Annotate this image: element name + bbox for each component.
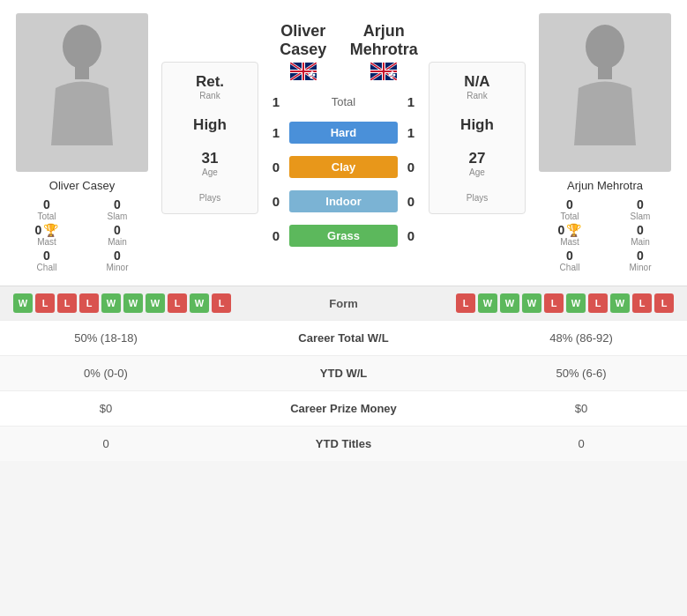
right-flag-container: [344, 63, 425, 80]
left-minor-value: 0: [86, 249, 148, 263]
total-label: Total: [289, 95, 398, 108]
player-names-row: Oliver Casey: [263, 22, 424, 80]
right-rank-value: N/A: [464, 73, 489, 91]
right-chall-stat: 0 Chall: [539, 249, 601, 272]
svg-rect-31: [598, 66, 612, 79]
form-badge-w: W: [566, 293, 586, 313]
career-stat-left-2: $0: [18, 402, 194, 415]
left-trophy-icon: 🏆: [43, 223, 58, 237]
form-badge-l: L: [654, 293, 674, 313]
form-badge-w: W: [522, 293, 541, 313]
right-total-value: 0: [539, 197, 601, 212]
right-age-stat: 27 Age: [469, 150, 486, 177]
right-mast-label: Mast: [539, 237, 601, 247]
form-badge-w: W: [610, 293, 630, 313]
right-slam-value: 0: [609, 197, 671, 212]
left-rank-stat: Ret. Rank: [196, 73, 224, 100]
right-main-value: 0: [609, 223, 671, 237]
left-player-name: Oliver Casey: [49, 179, 115, 192]
right-rank-label: Rank: [464, 91, 489, 100]
grass-left-score: 0: [263, 228, 289, 243]
right-chall-label: Chall: [539, 263, 601, 272]
right-rank-stat: N/A Rank: [464, 73, 489, 100]
right-stat-panel: N/A Rank High 27 Age Plays: [429, 62, 526, 214]
career-stat-right-0: 48% (86-92): [493, 331, 669, 345]
hard-left-score: 1: [263, 125, 289, 140]
left-top-name: Oliver Casey: [263, 22, 344, 59]
left-flag-container: [263, 63, 344, 80]
left-chall-stat: 0 Chall: [16, 249, 78, 272]
right-player-heading: Arjun Mehrotra: [344, 22, 425, 80]
form-badge-w: W: [190, 293, 209, 313]
left-plays-stat: Plays: [199, 193, 220, 203]
career-stat-right-3: 0: [493, 437, 669, 450]
svg-point-30: [586, 25, 624, 69]
clay-right-score: 0: [398, 160, 424, 174]
form-badge-l: L: [588, 293, 608, 313]
svg-point-27: [393, 74, 396, 77]
right-player-avatar: [539, 13, 671, 172]
right-flag-icon: [370, 63, 397, 80]
left-rank-value: Ret.: [196, 73, 224, 91]
form-badge-l: L: [544, 293, 564, 313]
left-chall-value: 0: [16, 249, 78, 263]
left-chall-label: Chall: [16, 263, 78, 272]
left-main-stat: 0 Main: [86, 223, 148, 247]
svg-point-15: [310, 73, 312, 76]
form-section: WLLLWWWLWL Form LWWWLWLWLL: [0, 286, 687, 320]
right-chall-value: 0: [539, 249, 601, 263]
left-rank-label: Rank: [196, 91, 224, 100]
total-left-score: 1: [263, 94, 289, 109]
form-badge-l: L: [456, 293, 475, 313]
form-badge-l: L: [212, 293, 231, 313]
form-badge-w: W: [123, 293, 143, 313]
svg-point-13: [312, 74, 315, 77]
center-col: Oliver Casey: [263, 13, 424, 252]
career-stat-left-1: 0% (0-0): [18, 367, 194, 380]
right-top-name: Arjun Mehrotra: [344, 22, 425, 59]
left-total-label: Total: [16, 212, 78, 221]
left-slam-stat: 0 Slam: [86, 197, 148, 221]
svg-point-0: [63, 25, 101, 69]
indoor-right-score: 0: [398, 194, 424, 209]
hard-badge: Hard: [289, 122, 398, 144]
svg-point-28: [391, 77, 393, 79]
indoor-badge: Indoor: [289, 190, 398, 212]
left-total-value: 0: [16, 197, 78, 212]
career-stat-right-1: 50% (6-6): [493, 367, 669, 380]
form-badge-l: L: [79, 293, 99, 313]
right-total-label: Total: [539, 212, 601, 221]
career-stat-label-3: YTD Titles: [194, 437, 493, 450]
right-player-col: Arjun Mehrotra 0 Total 0 Slam 0 🏆 Mast: [530, 13, 680, 272]
left-player-avatar: [16, 13, 148, 172]
right-minor-label: Minor: [609, 263, 671, 272]
left-slam-value: 0: [86, 197, 148, 212]
right-main-label: Main: [609, 237, 671, 247]
svg-rect-1: [75, 66, 89, 79]
career-stat-row-1: 0% (0-0)YTD W/L50% (6-6): [0, 355, 687, 390]
grass-badge: Grass: [289, 225, 398, 247]
right-player-stats: 0 Total 0 Slam 0 🏆 Mast 0 Main: [530, 197, 680, 272]
career-stat-label-1: YTD W/L: [194, 367, 493, 380]
career-stat-row-2: $0Career Prize Money$0: [0, 390, 687, 426]
form-label: Form: [329, 297, 358, 310]
left-minor-label: Minor: [86, 263, 148, 272]
form-badge-l: L: [632, 293, 652, 313]
left-flag-icon: [290, 63, 317, 80]
career-stat-label-2: Career Prize Money: [194, 402, 493, 415]
form-badge-l: L: [168, 293, 187, 313]
right-age-value: 27: [469, 150, 486, 167]
hard-right-score: 1: [398, 125, 424, 140]
career-stat-row-3: 0YTD Titles0: [0, 426, 687, 461]
left-form-badges: WLLLWWWLWL: [13, 293, 231, 313]
career-stat-left-3: 0: [18, 437, 194, 450]
court-hard-row: 1 Hard 1: [263, 122, 424, 144]
left-player-col: Oliver Casey 0 Total 0 Slam 0 🏆 Mast: [7, 13, 157, 272]
left-main-value: 0: [86, 223, 148, 237]
left-mast-stat: 0 🏆 Mast: [16, 223, 78, 247]
svg-point-29: [391, 73, 393, 76]
form-badge-w: W: [101, 293, 121, 313]
right-total-stat: 0 Total: [539, 197, 601, 221]
career-stats-section: 50% (18-18)Career Total W/L48% (86-92)0%…: [0, 320, 687, 461]
form-badge-w: W: [13, 293, 33, 313]
